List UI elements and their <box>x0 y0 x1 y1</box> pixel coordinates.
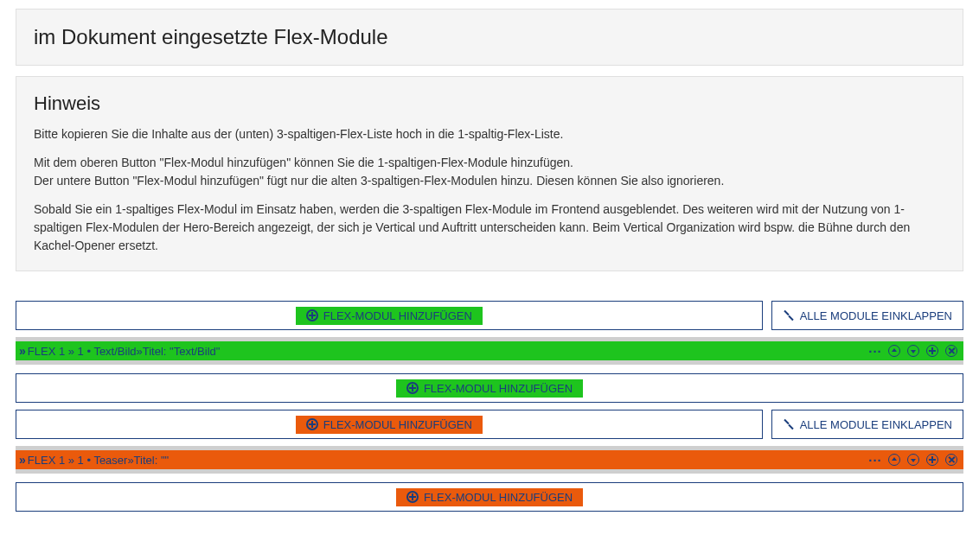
add-flex-label: FLEX-MODUL HINZUFÜGEN <box>323 309 472 322</box>
add-flex-label: FLEX-MODUL HINZUFÜGEN <box>424 491 573 504</box>
notice-panel: Hinweis Bitte kopieren Sie die Inhalte a… <box>16 76 963 271</box>
collapse-icon <box>783 309 795 321</box>
plus-circle-icon <box>406 382 419 394</box>
plus-circle-icon <box>306 418 318 430</box>
add-flex-button-orange-bottom[interactable]: FLEX-MODUL HINZUFÜGEN <box>16 482 963 512</box>
add-flex-pill: FLEX-MODUL HINZUFÜGEN <box>296 416 483 434</box>
plus-circle-icon <box>406 491 419 503</box>
orange-bottom-row: FLEX-MODUL HINZUFÜGEN <box>16 482 963 512</box>
collapse-icon <box>783 418 795 430</box>
add-flex-button-green-top[interactable]: FLEX-MODUL HINZUFÜGEN <box>16 301 763 330</box>
expand-chevrons-icon[interactable]: » <box>19 453 24 467</box>
move-up-icon[interactable] <box>887 453 901 467</box>
orange-module-bar[interactable]: » FLEX 1 » 1 • Teaser»Titel: "" ··· <box>16 450 963 469</box>
add-icon[interactable] <box>925 344 939 358</box>
expand-chevrons-icon[interactable]: » <box>19 344 24 358</box>
add-flex-pill: FLEX-MODUL HINZUFÜGEN <box>396 488 583 506</box>
add-icon[interactable] <box>925 453 939 467</box>
add-flex-button-orange-top[interactable]: FLEX-MODUL HINZUFÜGEN <box>16 410 763 439</box>
orange-module-actions: ··· <box>868 453 958 467</box>
add-flex-pill: FLEX-MODUL HINZUFÜGEN <box>396 379 583 398</box>
orange-module-label: FLEX 1 » 1 • Teaser»Titel: "" <box>28 454 169 467</box>
green-module-left: » FLEX 1 » 1 • Text/Bild»Titel: "Text/Bi… <box>19 344 220 358</box>
add-flex-label: FLEX-MODUL HINZUFÜGEN <box>323 418 472 431</box>
green-module-wrap: » FLEX 1 » 1 • Text/Bild»Titel: "Text/Bi… <box>16 337 963 365</box>
page-title: im Dokument eingesetzte Flex-Module <box>34 25 945 49</box>
add-flex-pill: FLEX-MODUL HINZUFÜGEN <box>296 307 483 325</box>
move-down-icon[interactable] <box>906 344 920 358</box>
green-bottom-row: FLEX-MODUL HINZUFÜGEN <box>16 373 963 403</box>
green-module-actions: ··· <box>868 344 958 358</box>
collapse-all-label: ALLE MODULE EINKLAPPEN <box>800 309 952 322</box>
orange-module-wrap: » FLEX 1 » 1 • Teaser»Titel: "" ··· <box>16 446 963 474</box>
more-menu-icon[interactable]: ··· <box>868 344 882 358</box>
move-down-icon[interactable] <box>906 453 920 467</box>
green-top-row: FLEX-MODUL HINZUFÜGEN ALLE MODULE EINKLA… <box>16 301 963 330</box>
move-up-icon[interactable] <box>887 344 901 358</box>
collapse-all-label: ALLE MODULE EINKLAPPEN <box>800 418 952 431</box>
notice-p1: Bitte kopieren Sie die Inhalte aus der (… <box>34 125 945 143</box>
notice-heading: Hinweis <box>34 92 945 115</box>
notice-p2: Mit dem oberen Button "Flex-Modul hinzuf… <box>34 154 945 190</box>
notice-p3: Sobald Sie ein 1-spaltiges Flex-Modul im… <box>34 200 945 255</box>
header-panel: im Dokument eingesetzte Flex-Module <box>16 9 963 66</box>
orange-top-row: FLEX-MODUL HINZUFÜGEN ALLE MODULE EINKLA… <box>16 410 963 439</box>
orange-module-left: » FLEX 1 » 1 • Teaser»Titel: "" <box>19 453 169 467</box>
green-module-label: FLEX 1 » 1 • Text/Bild»Titel: "Text/Bild… <box>28 345 221 358</box>
more-menu-icon[interactable]: ··· <box>868 453 882 467</box>
collapse-all-button-green[interactable]: ALLE MODULE EINKLAPPEN <box>771 301 963 330</box>
delete-icon[interactable] <box>944 453 958 467</box>
collapse-all-button-orange[interactable]: ALLE MODULE EINKLAPPEN <box>771 410 963 439</box>
delete-icon[interactable] <box>944 344 958 358</box>
add-flex-button-green-bottom[interactable]: FLEX-MODUL HINZUFÜGEN <box>16 373 963 403</box>
green-module-bar[interactable]: » FLEX 1 » 1 • Text/Bild»Titel: "Text/Bi… <box>16 341 963 360</box>
add-flex-label: FLEX-MODUL HINZUFÜGEN <box>424 382 573 395</box>
plus-circle-icon <box>306 309 318 321</box>
